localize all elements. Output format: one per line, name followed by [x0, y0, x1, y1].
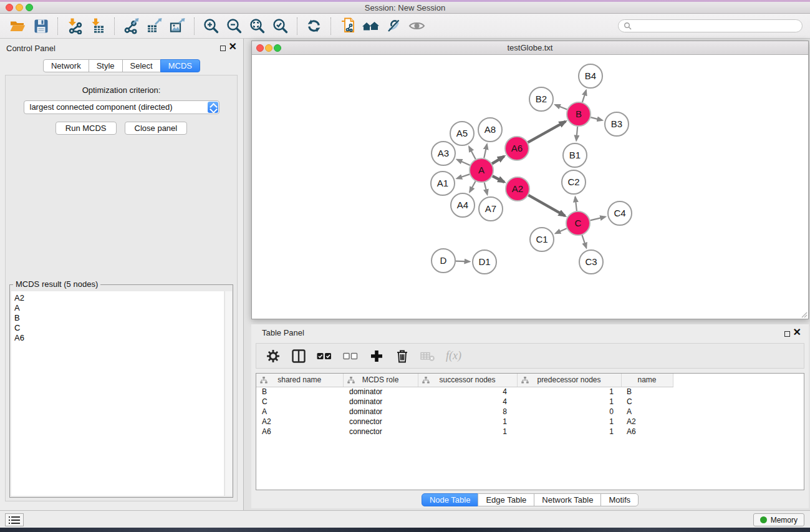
import-table-button[interactable]: [86, 16, 109, 36]
tab-motifs[interactable]: Motifs: [600, 493, 639, 506]
export-table-button[interactable]: [143, 16, 166, 36]
graph-node-D[interactable]: D: [432, 249, 455, 273]
network-minimize-traffic-light[interactable]: [265, 44, 272, 52]
graph-node-A8[interactable]: A8: [478, 118, 502, 142]
zoom-traffic-light[interactable]: [26, 4, 33, 11]
table-row[interactable]: Cdominator41C: [256, 397, 673, 407]
graph-node-C4[interactable]: C4: [608, 201, 632, 225]
graph-node-A1[interactable]: A1: [431, 172, 455, 195]
float-table-panel-icon[interactable]: [784, 331, 790, 337]
select-all-button[interactable]: [317, 347, 332, 365]
zoom-in-button[interactable]: [200, 16, 223, 36]
add-column-button[interactable]: [369, 347, 384, 365]
graph-edge-C-C4[interactable]: [591, 217, 605, 221]
graph-node-C1[interactable]: C1: [530, 228, 554, 251]
result-scrollbar[interactable]: [224, 291, 232, 496]
refresh-layout-button[interactable]: [302, 16, 325, 36]
deselect-all-button[interactable]: [343, 347, 359, 365]
graph-edge-A2-C[interactable]: [528, 195, 565, 216]
column-header-predecessor-nodes[interactable]: predecessor nodes: [517, 374, 621, 387]
delete-column-button[interactable]: [395, 347, 410, 365]
graph-edge-A-A5[interactable]: [469, 147, 476, 159]
graph-edge-B-B2[interactable]: [555, 105, 567, 110]
function-builder-button[interactable]: f(x): [446, 347, 461, 365]
graph-node-A6[interactable]: A6: [505, 137, 529, 160]
tab-network[interactable]: Network: [43, 59, 89, 72]
memory-button[interactable]: Memory: [753, 513, 804, 526]
graph-edge-C-C1[interactable]: [556, 228, 567, 233]
minimize-traffic-light[interactable]: [16, 4, 23, 11]
graph-edge-A-A4[interactable]: [470, 181, 475, 192]
graph-node-C[interactable]: C: [566, 211, 590, 235]
close-table-panel-icon[interactable]: ✕: [793, 327, 801, 338]
network-zoom-traffic-light[interactable]: [274, 44, 281, 52]
graph-edge-A-A6[interactable]: [492, 157, 504, 164]
run-mcds-button[interactable]: Run MCDS: [55, 122, 117, 135]
import-network-button[interactable]: [63, 16, 86, 36]
column-header-shared-name[interactable]: shared name: [256, 374, 343, 387]
hide-graphics-details-button[interactable]: [382, 16, 405, 36]
tab-node-table[interactable]: Node Table: [422, 493, 479, 506]
graph-edge-A-A1[interactable]: [457, 174, 470, 178]
export-image-button[interactable]: [166, 16, 189, 36]
table-row[interactable]: Bdominator41B: [256, 387, 673, 397]
graph-node-B1[interactable]: B1: [563, 143, 587, 167]
network-close-traffic-light[interactable]: [256, 44, 264, 52]
graph-node-B2[interactable]: B2: [529, 87, 553, 111]
criterion-select[interactable]: largest connected component (directed): [24, 100, 219, 114]
zoom-out-button[interactable]: [223, 16, 246, 36]
result-item-b[interactable]: B: [14, 313, 224, 323]
graph-edge-A-A3[interactable]: [457, 160, 470, 165]
tab-select[interactable]: Select: [122, 59, 161, 72]
graph-edge-C-C2[interactable]: [576, 197, 577, 211]
close-panel-button[interactable]: Close panel: [125, 122, 188, 135]
table-row[interactable]: Adominator80A: [256, 407, 673, 417]
column-header-name[interactable]: name: [621, 374, 673, 387]
graph-edge-A-A8[interactable]: [484, 145, 487, 158]
graph-node-D1[interactable]: D1: [473, 250, 496, 274]
close-traffic-light[interactable]: [6, 4, 13, 11]
open-session-button[interactable]: [6, 16, 29, 36]
search-input[interactable]: [634, 21, 797, 31]
network-canvas[interactable]: B4B2BB3A5A8A3A6B1AA1C2A2A4A7C4CC1DD1C3: [252, 56, 808, 319]
table-row[interactable]: A6connector11A6: [256, 427, 673, 437]
graph-node-A4[interactable]: A4: [451, 193, 475, 217]
zoom-fit-button[interactable]: [246, 16, 269, 36]
graph-edge-D-D1[interactable]: [456, 261, 470, 262]
delete-table-button[interactable]: [420, 347, 435, 365]
save-session-button[interactable]: [29, 16, 52, 36]
column-header-successor-nodes[interactable]: successor nodes: [418, 374, 517, 387]
tab-mcds[interactable]: MCDS: [160, 59, 200, 72]
graph-node-A3[interactable]: A3: [432, 142, 455, 165]
resize-grip-icon[interactable]: [800, 311, 808, 318]
graph-node-A7[interactable]: A7: [479, 197, 503, 221]
column-layout-button[interactable]: [291, 347, 306, 365]
result-item-c[interactable]: C: [14, 323, 224, 333]
tab-edge-table[interactable]: Edge Table: [478, 493, 534, 506]
graph-edge-A6-B[interactable]: [528, 122, 566, 143]
result-item-a6[interactable]: A6: [14, 333, 224, 343]
zoom-selected-button[interactable]: [269, 16, 292, 36]
graph-node-C3[interactable]: C3: [579, 250, 603, 274]
close-panel-icon[interactable]: ✕: [229, 41, 237, 52]
show-graphics-details-button[interactable]: [405, 16, 428, 36]
home-session-button[interactable]: [359, 16, 382, 36]
graph-node-B4[interactable]: B4: [579, 64, 602, 88]
result-item-a2[interactable]: A2: [14, 293, 224, 303]
show-panels-button[interactable]: [5, 513, 24, 526]
graph-edge-C-C3[interactable]: [582, 235, 586, 248]
graph-node-A[interactable]: A: [470, 158, 493, 182]
result-item-a[interactable]: A: [14, 303, 224, 313]
graph-edge-A-A2[interactable]: [493, 176, 504, 182]
graph-node-A2[interactable]: A2: [506, 177, 529, 201]
column-header-mcds-role[interactable]: MCDS role: [343, 374, 418, 387]
graph-node-B3[interactable]: B3: [605, 112, 629, 136]
clone-network-button[interactable]: [336, 16, 359, 36]
graph-edge-B-B3[interactable]: [591, 117, 602, 120]
graph-edge-B-B1[interactable]: [576, 127, 577, 140]
graph-edge-B-B4[interactable]: [582, 90, 586, 102]
graph-node-A5[interactable]: A5: [450, 122, 474, 145]
graph-edge-A-A7[interactable]: [485, 182, 488, 194]
tab-network-table[interactable]: Network Table: [534, 493, 601, 506]
graph-node-C2[interactable]: C2: [562, 170, 586, 194]
